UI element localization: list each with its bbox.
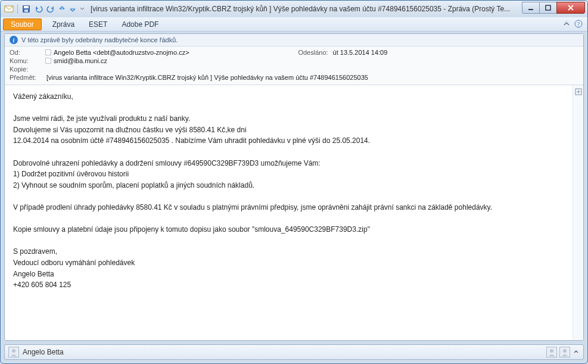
to-value: smid@iba.muni.cz <box>52 57 298 64</box>
minimize-button[interactable] <box>522 2 540 14</box>
titlebar: [virus varianta infiltrace Win32/Kryptik… <box>1 1 587 17</box>
svg-rect-4 <box>528 9 533 10</box>
tab-message[interactable]: Zpráva <box>45 18 82 30</box>
svg-rect-5 <box>546 5 550 10</box>
people-pane-controls <box>546 347 580 357</box>
redo-icon[interactable] <box>46 5 55 13</box>
message-window: [virus varianta infiltrace Win32/Kryptik… <box>0 0 588 364</box>
help-icon[interactable]: ? <box>574 20 583 30</box>
to-label: Komu: <box>10 57 45 64</box>
ribbon-expand-icon[interactable] <box>562 20 571 30</box>
contact-icon[interactable] <box>45 58 51 64</box>
close-button[interactable] <box>556 2 585 14</box>
contact-name: Angelo Betta <box>23 348 543 356</box>
sent-label: Odesláno: <box>298 49 332 56</box>
svg-text:?: ? <box>577 21 580 27</box>
sent-value: út 13.5.2014 14:09 <box>333 49 578 56</box>
svg-rect-2 <box>24 6 29 8</box>
svg-point-10 <box>550 349 553 353</box>
body-wrap: Vážený zákazníku, Jsme velmi rádi, že js… <box>5 85 583 340</box>
ribbon-tabs: Soubor Zpráva ESET Adobe PDF ? <box>1 17 587 32</box>
avatar[interactable] <box>559 347 570 357</box>
avatar[interactable] <box>546 347 557 357</box>
zoom-tool-icon[interactable] <box>574 88 583 96</box>
subject-label: Předmět: <box>10 74 41 81</box>
window-controls <box>522 2 585 14</box>
message-body[interactable]: Vážený zákazníku, Jsme velmi rádi, že js… <box>5 85 573 340</box>
info-bar-text: V této zprávě byly odebrány nadbytečné k… <box>21 36 178 43</box>
svg-point-11 <box>563 349 567 353</box>
message-pane: i V této zprávě byly odebrány nadbytečné… <box>4 33 584 341</box>
tab-eset[interactable]: ESET <box>82 18 114 30</box>
info-icon: i <box>10 36 18 44</box>
people-pane: Angelo Betta <box>4 344 584 360</box>
message-headers: Od: Angelo Betta <debt@autodruzstvo-znoj… <box>5 46 583 85</box>
contact-icon[interactable] <box>45 49 51 55</box>
tab-adobe-pdf[interactable]: Adobe PDF <box>114 18 166 30</box>
avatar[interactable] <box>8 347 19 357</box>
quick-access-toolbar <box>4 4 85 14</box>
from-label: Od: <box>10 49 45 56</box>
previous-item-icon[interactable] <box>58 5 66 13</box>
expand-people-pane-icon[interactable] <box>573 348 580 357</box>
qat-separator <box>17 4 18 14</box>
undo-icon[interactable] <box>35 5 43 13</box>
cc-label: Kopie: <box>10 66 45 73</box>
qat-customize-dropdown[interactable] <box>80 7 85 11</box>
svg-rect-3 <box>24 10 28 12</box>
subject-value: [virus varianta infiltrace Win32/Kryptik… <box>45 74 368 81</box>
mail-icon <box>4 4 14 14</box>
info-bar[interactable]: i V této zprávě byly odebrány nadbytečné… <box>5 34 583 46</box>
reading-pane-tools <box>573 85 583 340</box>
tab-file[interactable]: Soubor <box>3 18 42 30</box>
save-icon[interactable] <box>21 4 31 14</box>
from-value: Angelo Betta <debt@autodruzstvo-znojmo.c… <box>52 49 298 56</box>
next-item-icon[interactable] <box>69 5 76 13</box>
window-title: [virus varianta infiltrace Win32/Kryptik… <box>85 5 522 13</box>
maximize-button[interactable] <box>539 2 557 14</box>
svg-point-9 <box>12 349 15 353</box>
